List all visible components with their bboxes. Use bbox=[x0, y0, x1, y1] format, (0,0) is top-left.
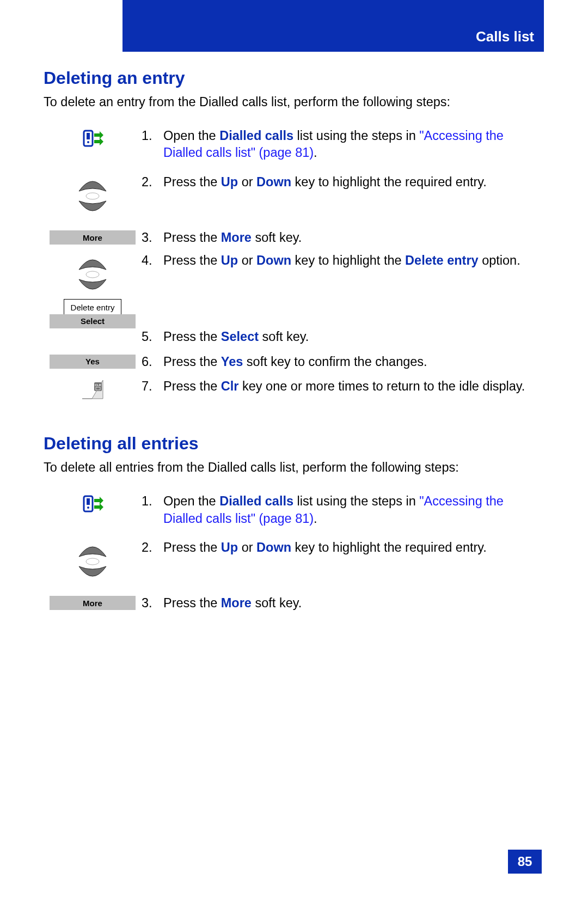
svg-point-4 bbox=[86, 271, 99, 278]
content: Deleting an entry To delete an entry fro… bbox=[44, 63, 544, 624]
svg-point-10 bbox=[87, 507, 89, 509]
softkey-more: More bbox=[50, 230, 136, 245]
step-text: 3. Press the More soft key. bbox=[142, 229, 544, 247]
step-body: Press the Clr key one or more times to r… bbox=[163, 378, 525, 395]
step-num: 1. bbox=[142, 127, 156, 162]
step-num: 6. bbox=[142, 353, 156, 371]
softkey-yes: Yes bbox=[50, 355, 136, 369]
up-down-key-icon bbox=[74, 253, 112, 296]
step-num: 1. bbox=[142, 493, 156, 527]
softkey-more: More bbox=[50, 596, 136, 610]
step-num: 3. bbox=[142, 595, 156, 612]
section2-heading: Deleting all entries bbox=[44, 434, 544, 454]
icon-col bbox=[44, 127, 142, 148]
header-title: Calls list bbox=[476, 28, 544, 45]
step-num: 5. bbox=[142, 328, 156, 346]
icon-col bbox=[44, 493, 142, 514]
step-num: 4. bbox=[142, 252, 156, 270]
clr-key-icon: CLR bbox=[81, 379, 104, 400]
step-body: Open the Dialled calls list using the st… bbox=[163, 127, 544, 162]
step-body: Press the Up or Down key to highlight th… bbox=[163, 252, 520, 270]
dialled-calls-icon bbox=[82, 129, 103, 148]
up-down-key-icon bbox=[74, 540, 112, 583]
up-down-key-icon bbox=[74, 175, 112, 217]
step-row: Select 5. Press the Select soft key. bbox=[44, 328, 544, 346]
page-number: 85 bbox=[508, 850, 542, 874]
icon-col: CLR bbox=[44, 378, 142, 400]
step-row: 1. Open the Dialled calls list using the… bbox=[44, 493, 544, 527]
section1-heading: Deleting an entry bbox=[44, 68, 544, 88]
step-row: Delete entry 4. Press the Up or Down key… bbox=[44, 252, 544, 316]
icon-col: Yes bbox=[44, 353, 142, 369]
icon-col bbox=[44, 539, 142, 583]
step-body: Press the More soft key. bbox=[163, 229, 302, 247]
header-bar: Calls list bbox=[122, 0, 544, 52]
softkey-select: Select bbox=[50, 314, 136, 328]
icon-col: Select bbox=[44, 313, 142, 328]
step-row: Yes 6. Press the Yes soft key to confirm… bbox=[44, 353, 544, 371]
step-text: 5. Press the Select soft key. bbox=[142, 328, 544, 346]
step-body: Press the More soft key. bbox=[163, 595, 302, 612]
manual-page: Calls list Deleting an entry To delete a… bbox=[0, 0, 588, 909]
step-text: 2. Press the Up or Down key to highlight… bbox=[142, 174, 544, 191]
step-text: 1. Open the Dialled calls list using the… bbox=[142, 493, 544, 527]
step-row: CLR 7. Press the Clr key one or more tim… bbox=[44, 378, 544, 400]
svg-rect-9 bbox=[87, 498, 90, 505]
step-row: More 3. Press the More soft key. bbox=[44, 229, 544, 247]
icon-col: More bbox=[44, 229, 142, 245]
svg-point-3 bbox=[86, 193, 99, 199]
section2-intro: To delete all entries from the Dialled c… bbox=[44, 459, 544, 477]
section1-steps: 1. Open the Dialled calls list using the… bbox=[44, 127, 544, 400]
step-text: 7. Press the Clr key one or more times t… bbox=[142, 378, 544, 395]
step-body: Press the Up or Down key to highlight th… bbox=[163, 174, 487, 191]
step-row: 2. Press the Up or Down key to highlight… bbox=[44, 539, 544, 583]
step-text: 4. Press the Up or Down key to highlight… bbox=[142, 252, 544, 270]
dialled-calls-icon bbox=[82, 494, 103, 514]
step-text: 1. Open the Dialled calls list using the… bbox=[142, 127, 544, 162]
step-text: 6. Press the Yes soft key to confirm the… bbox=[142, 353, 544, 371]
step-num: 2. bbox=[142, 174, 156, 191]
section2-steps: 1. Open the Dialled calls list using the… bbox=[44, 493, 544, 612]
icon-col: Delete entry bbox=[44, 252, 142, 316]
icon-col bbox=[44, 174, 142, 217]
step-num: 2. bbox=[142, 539, 156, 557]
svg-rect-1 bbox=[87, 133, 90, 139]
step-body: Press the Yes soft key to confirm the ch… bbox=[163, 353, 427, 371]
step-num: 7. bbox=[142, 378, 156, 395]
step-text: 2. Press the Up or Down key to highlight… bbox=[142, 539, 544, 557]
step-num: 3. bbox=[142, 229, 156, 247]
step-body: Press the Up or Down key to highlight th… bbox=[163, 539, 487, 557]
section1-intro: To delete an entry from the Dialled call… bbox=[44, 94, 544, 111]
svg-point-2 bbox=[87, 141, 89, 143]
icon-col: More bbox=[44, 595, 142, 610]
step-row: More 3. Press the More soft key. bbox=[44, 595, 544, 612]
step-row: 1. Open the Dialled calls list using the… bbox=[44, 127, 544, 162]
step-body: Open the Dialled calls list using the st… bbox=[163, 493, 544, 527]
step-row: 2. Press the Up or Down key to highlight… bbox=[44, 174, 544, 217]
svg-text:CLR: CLR bbox=[95, 383, 101, 387]
step-text: 3. Press the More soft key. bbox=[142, 595, 544, 612]
step-body: Press the Select soft key. bbox=[163, 328, 309, 346]
svg-point-11 bbox=[86, 558, 99, 565]
